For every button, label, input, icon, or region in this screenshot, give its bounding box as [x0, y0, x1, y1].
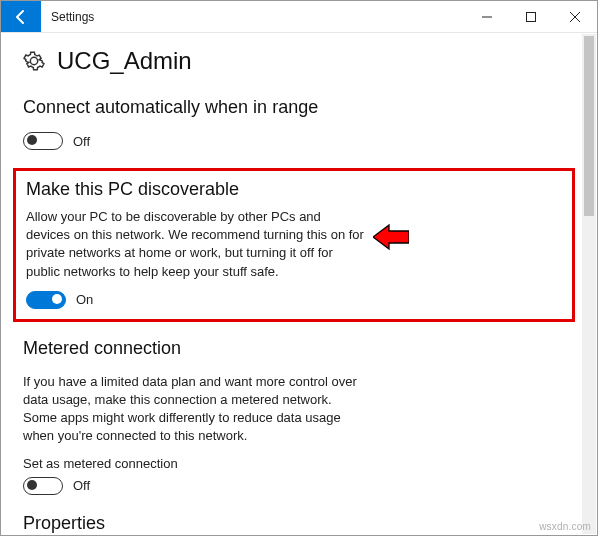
annotation-arrow	[373, 223, 409, 251]
toggle-row-discoverable: On	[26, 291, 562, 309]
minimize-button[interactable]	[465, 1, 509, 32]
toggle-row-connect: Off	[23, 132, 575, 150]
gear-icon	[23, 50, 45, 72]
section-connect-automatically: Connect automatically when in range Off	[23, 97, 575, 150]
metered-toggle-label: Off	[73, 478, 90, 493]
close-button[interactable]	[553, 1, 597, 32]
metered-toggle[interactable]	[23, 477, 63, 495]
discoverable-toggle[interactable]	[26, 291, 66, 309]
metered-label: Set as metered connection	[23, 456, 575, 471]
section-properties: Properties	[23, 513, 575, 534]
svg-marker-4	[373, 225, 409, 249]
back-button[interactable]	[1, 1, 41, 32]
section-title-discoverable: Make this PC discoverable	[26, 179, 562, 200]
section-metered: Metered connection If you have a limited…	[23, 338, 575, 495]
discoverable-description: Allow your PC to be discoverable by othe…	[26, 208, 366, 281]
connect-toggle[interactable]	[23, 132, 63, 150]
title-bar: Settings	[1, 1, 597, 33]
titlebar-spacer	[94, 1, 465, 32]
svg-rect-1	[527, 12, 536, 21]
page-title: UCG_Admin	[57, 47, 192, 75]
vertical-scrollbar[interactable]	[582, 34, 596, 534]
watermark: wsxdn.com	[539, 521, 591, 532]
minimize-icon	[482, 12, 492, 22]
arrow-left-red-icon	[373, 223, 409, 251]
window-controls	[465, 1, 597, 32]
maximize-icon	[526, 12, 536, 22]
metered-description: If you have a limited data plan and want…	[23, 373, 363, 446]
section-title-connect: Connect automatically when in range	[23, 97, 575, 118]
section-title-metered: Metered connection	[23, 338, 575, 359]
arrow-left-icon	[13, 9, 29, 25]
page-header: UCG_Admin	[23, 47, 575, 75]
content-area: UCG_Admin Connect automatically when in …	[1, 33, 597, 536]
connect-toggle-label: Off	[73, 134, 90, 149]
close-icon	[570, 12, 580, 22]
scrollbar-thumb[interactable]	[584, 36, 594, 216]
maximize-button[interactable]	[509, 1, 553, 32]
highlighted-section-discoverable: Make this PC discoverable Allow your PC …	[13, 168, 575, 322]
section-title-properties: Properties	[23, 513, 575, 534]
toggle-row-metered: Off	[23, 477, 575, 495]
window-title: Settings	[41, 1, 94, 32]
discoverable-toggle-label: On	[76, 292, 93, 307]
